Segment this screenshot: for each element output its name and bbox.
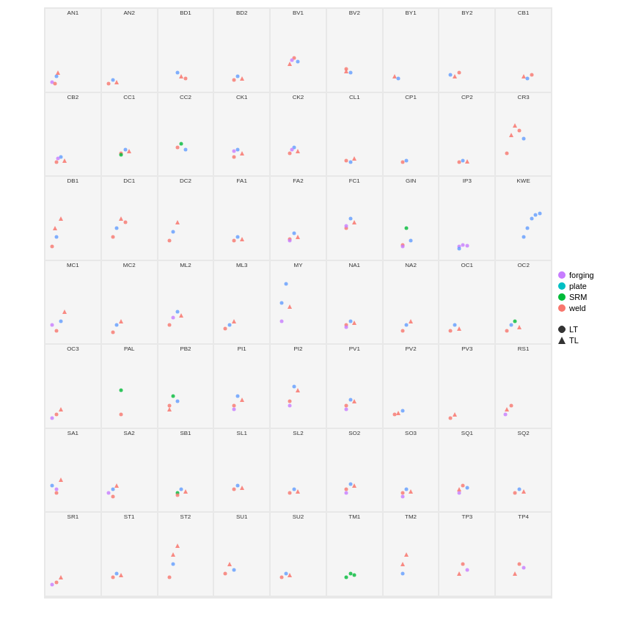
data-point (290, 58, 293, 62)
data-point (111, 331, 114, 334)
panel-title-cc2: CC2 (180, 94, 191, 100)
panel-title-cp2: CP2 (461, 94, 473, 100)
panel-title-na1: NA1 (348, 262, 360, 268)
plot-area-tp3 (439, 522, 494, 596)
plot-area-bd1 (158, 18, 213, 92)
data-point (400, 409, 404, 413)
plot-area-bd2 (214, 18, 269, 92)
data-point (400, 571, 404, 575)
plot-area-an1 (45, 18, 100, 92)
plate-color-dot (558, 282, 566, 290)
data-point-triangle (505, 407, 509, 411)
panel-title-cr3: CR3 (518, 94, 530, 100)
plot-area-tm2 (384, 522, 439, 596)
panel-oc2: OC2 (496, 261, 551, 344)
panel-na1: NA1 (327, 261, 382, 344)
data-point (51, 417, 54, 420)
data-point-triangle (175, 220, 180, 224)
data-point (513, 319, 517, 323)
panel-so2: SO2 (327, 429, 382, 512)
panel-cb2: CB2 (45, 93, 100, 176)
panel-title-cp1: CP1 (405, 94, 417, 100)
panel-dc1: DC1 (102, 177, 157, 260)
plot-area-dc1 (102, 186, 157, 260)
panel-title-so2: SO2 (348, 430, 360, 436)
plot-area-sb1 (158, 438, 213, 512)
data-point (505, 329, 509, 332)
panel-title-cl1: CL1 (349, 94, 360, 100)
panel-title-an2: AN2 (123, 10, 135, 16)
panel-grid: AN1AN2BD1BD2BV1BV2BY1BY2CB1CB2CC1CC2CK1C… (44, 7, 552, 599)
data-point-triangle (296, 489, 300, 494)
data-point (123, 221, 127, 224)
data-point (400, 161, 404, 164)
panel-sl1: SL1 (214, 429, 269, 512)
data-point-triangle (352, 483, 356, 488)
data-point (288, 491, 292, 495)
panel-fa1: FA1 (214, 177, 269, 260)
data-point-triangle (288, 304, 292, 309)
panel-sa2: SA2 (102, 429, 157, 512)
panel-title-ml2: ML2 (180, 262, 191, 268)
data-point-triangle (409, 489, 413, 494)
plot-area-cp1 (384, 102, 439, 176)
data-point (280, 301, 284, 304)
plot-area-na1 (327, 270, 382, 344)
data-point-triangle (232, 319, 236, 323)
data-point (345, 325, 348, 329)
weld-label: weld (569, 304, 586, 312)
panel-tm1: TM1 (327, 513, 382, 596)
data-point-triangle (240, 76, 244, 81)
plot-area-cb1 (496, 18, 551, 92)
data-point-triangle (171, 552, 175, 557)
panel-db1: DB1 (45, 177, 100, 260)
data-point (288, 239, 292, 243)
data-point-triangle (119, 573, 123, 577)
data-point (526, 76, 530, 80)
data-point-triangle (288, 573, 292, 577)
plot-area-su2 (271, 522, 326, 596)
panel-title-cb2: CB2 (67, 94, 79, 100)
panel-title-fa2: FA2 (293, 178, 303, 184)
panel-gin: GIN (384, 177, 439, 260)
data-point (280, 575, 284, 579)
data-point-triangle (513, 571, 517, 576)
panel-so3: SO3 (384, 429, 439, 512)
panel-cl1: CL1 (327, 93, 382, 176)
panel-title-tm2: TM2 (405, 513, 417, 520)
data-point (345, 158, 348, 162)
data-point (56, 157, 60, 161)
panel-title-na2: NA2 (405, 262, 417, 268)
data-point (400, 245, 404, 249)
data-point-triangle (465, 159, 469, 164)
data-point (538, 211, 542, 215)
plot-area-pv2 (384, 354, 439, 428)
lt-shape (558, 326, 566, 333)
data-point (54, 75, 58, 78)
data-point-triangle (409, 319, 413, 323)
data-point-triangle (179, 313, 183, 318)
panel-title-ck2: CK2 (293, 94, 304, 100)
data-point-triangle (240, 398, 244, 402)
data-point (224, 571, 227, 575)
panel-cp2: CP2 (439, 93, 494, 176)
panel-title-rs1: RS1 (518, 345, 530, 352)
panel-title-an1: AN1 (67, 10, 79, 16)
legend-item-srm: SRM (558, 293, 640, 301)
data-point-triangle (457, 326, 461, 331)
plot-area-kwe (496, 186, 551, 260)
data-point (183, 76, 187, 80)
panel-title-sq1: SQ1 (461, 430, 473, 436)
panel-title-bd2: BD2 (236, 10, 248, 16)
data-point (518, 563, 522, 566)
plot-area-sq1 (439, 438, 494, 512)
data-point (461, 243, 465, 246)
plot-area-sa1 (45, 438, 100, 512)
data-point (54, 235, 58, 239)
data-point (107, 491, 111, 495)
data-point-triangle (453, 74, 457, 78)
data-point (348, 571, 352, 575)
data-point (172, 230, 175, 233)
data-point (465, 244, 469, 247)
data-point-triangle (59, 477, 63, 482)
